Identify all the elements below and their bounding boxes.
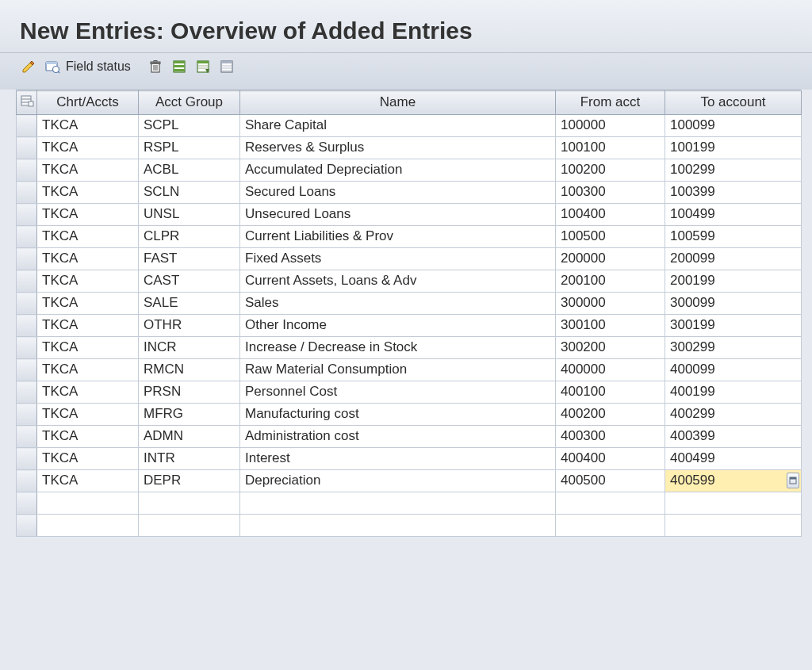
cell-name[interactable]: Raw Material Consumption	[240, 359, 556, 381]
cell-name[interactable]: Other Income	[240, 315, 556, 337]
col-from-acct[interactable]: From acct	[556, 91, 665, 115]
cell-acct-group[interactable]: SALE	[139, 293, 240, 315]
row-selector[interactable]	[17, 404, 37, 426]
cell-chrt-accts[interactable]: TKCA	[37, 182, 139, 204]
cell-name[interactable]: Administration cost	[240, 426, 556, 448]
cell-acct-group[interactable]: MFRG	[139, 404, 240, 426]
cell-chrt-accts[interactable]: TKCA	[37, 159, 139, 182]
empty-cell[interactable]	[240, 515, 556, 537]
cell-from-acct[interactable]: 400500	[556, 470, 665, 492]
cell-to-account[interactable]: 400599	[665, 470, 802, 492]
cell-acct-group[interactable]: ADMN	[139, 426, 240, 448]
cell-chrt-accts[interactable]: TKCA	[37, 293, 139, 315]
cell-name[interactable]: Current Assets, Loans & Adv	[240, 270, 556, 293]
cell-acct-group[interactable]: FAST	[139, 248, 240, 270]
cell-acct-group[interactable]: CAST	[139, 270, 240, 293]
cell-chrt-accts[interactable]: TKCA	[37, 404, 139, 426]
cell-chrt-accts[interactable]: TKCA	[37, 270, 139, 293]
cell-chrt-accts[interactable]: TKCA	[37, 448, 139, 470]
row-selector[interactable]	[17, 470, 37, 492]
cell-from-acct[interactable]: 200100	[556, 270, 665, 293]
col-acct-group[interactable]: Acct Group	[139, 91, 240, 115]
col-name[interactable]: Name	[240, 91, 556, 115]
empty-cell[interactable]	[665, 492, 802, 515]
cell-acct-group[interactable]: INCR	[139, 337, 240, 359]
cell-to-account[interactable]: 400399	[665, 426, 802, 448]
cell-from-acct[interactable]: 400400	[556, 448, 665, 470]
cell-from-acct[interactable]: 200000	[556, 248, 665, 270]
cell-acct-group[interactable]: SCLN	[139, 182, 240, 204]
cell-name[interactable]: Interest	[240, 448, 556, 470]
row-selector[interactable]	[17, 315, 37, 337]
cell-to-account[interactable]: 100299	[665, 159, 802, 182]
select-block-icon[interactable]	[194, 58, 212, 75]
cell-name[interactable]: Unsecured Loans	[240, 204, 556, 226]
delete-icon[interactable]	[147, 58, 164, 75]
select-all-icon[interactable]	[170, 58, 188, 75]
row-selector[interactable]	[17, 515, 37, 537]
cell-name[interactable]: Share Capital	[240, 115, 556, 137]
cell-to-account[interactable]: 400099	[665, 359, 802, 381]
cell-from-acct[interactable]: 100400	[556, 204, 665, 226]
row-selector[interactable]	[17, 226, 37, 248]
cell-from-acct[interactable]: 100000	[556, 115, 665, 137]
cell-to-account[interactable]: 400199	[665, 381, 802, 404]
cell-to-account[interactable]: 100199	[665, 137, 802, 159]
cell-chrt-accts[interactable]: TKCA	[37, 204, 139, 226]
row-selector[interactable]	[17, 159, 37, 182]
cell-acct-group[interactable]: ACBL	[139, 159, 240, 182]
cell-name[interactable]: Personnel Cost	[240, 381, 556, 404]
cell-chrt-accts[interactable]: TKCA	[37, 470, 139, 492]
row-selector[interactable]	[17, 182, 37, 204]
col-chrt-accts[interactable]: Chrt/Accts	[37, 91, 139, 115]
cell-chrt-accts[interactable]: TKCA	[37, 137, 139, 159]
row-selector[interactable]	[17, 137, 37, 159]
cell-to-account[interactable]: 100499	[665, 204, 802, 226]
cell-from-acct[interactable]: 400300	[556, 426, 665, 448]
row-selector[interactable]	[17, 204, 37, 226]
cell-to-account[interactable]: 400499	[665, 448, 802, 470]
cell-from-acct[interactable]: 400200	[556, 404, 665, 426]
cell-to-account[interactable]: 200099	[665, 248, 802, 270]
config-column-header[interactable]	[17, 91, 37, 115]
cell-from-acct[interactable]: 300200	[556, 337, 665, 359]
cell-name[interactable]: Current Liabilities & Prov	[240, 226, 556, 248]
cell-acct-group[interactable]: RSPL	[139, 137, 240, 159]
row-selector[interactable]	[17, 426, 37, 448]
cell-name[interactable]: Manufacturing cost	[240, 404, 556, 426]
empty-cell[interactable]	[240, 492, 556, 515]
cell-acct-group[interactable]: UNSL	[139, 204, 240, 226]
cell-to-account[interactable]: 100399	[665, 182, 802, 204]
cell-name[interactable]: Increase / Decrease in Stock	[240, 337, 556, 359]
cell-name[interactable]: Secured Loans	[240, 182, 556, 204]
cell-chrt-accts[interactable]: TKCA	[37, 226, 139, 248]
cell-to-account[interactable]: 300299	[665, 337, 802, 359]
cell-from-acct[interactable]: 400100	[556, 381, 665, 404]
cell-acct-group[interactable]: SCPL	[139, 115, 240, 137]
row-selector[interactable]	[17, 492, 37, 515]
cell-acct-group[interactable]: DEPR	[139, 470, 240, 492]
cell-chrt-accts[interactable]: TKCA	[37, 337, 139, 359]
cell-from-acct[interactable]: 100100	[556, 137, 665, 159]
field-status-icon[interactable]	[44, 58, 61, 75]
cell-from-acct[interactable]: 100300	[556, 182, 665, 204]
row-selector[interactable]	[17, 381, 37, 404]
cell-from-acct[interactable]: 400000	[556, 359, 665, 381]
cell-name[interactable]: Depreciation	[240, 470, 556, 492]
deselect-all-icon[interactable]	[218, 58, 236, 75]
value-help-icon[interactable]	[787, 473, 799, 488]
empty-cell[interactable]	[139, 492, 240, 515]
cell-to-account[interactable]: 300099	[665, 293, 802, 315]
cell-to-account[interactable]: 100099	[665, 115, 802, 137]
empty-cell[interactable]	[37, 515, 139, 537]
cell-to-account[interactable]: 100599	[665, 226, 802, 248]
cell-acct-group[interactable]: INTR	[139, 448, 240, 470]
row-selector[interactable]	[17, 337, 37, 359]
cell-from-acct[interactable]: 300000	[556, 293, 665, 315]
cell-to-account[interactable]: 300199	[665, 315, 802, 337]
row-selector[interactable]	[17, 248, 37, 270]
cell-chrt-accts[interactable]: TKCA	[37, 248, 139, 270]
row-selector[interactable]	[17, 359, 37, 381]
cell-to-account[interactable]: 400299	[665, 404, 802, 426]
cell-acct-group[interactable]: PRSN	[139, 381, 240, 404]
